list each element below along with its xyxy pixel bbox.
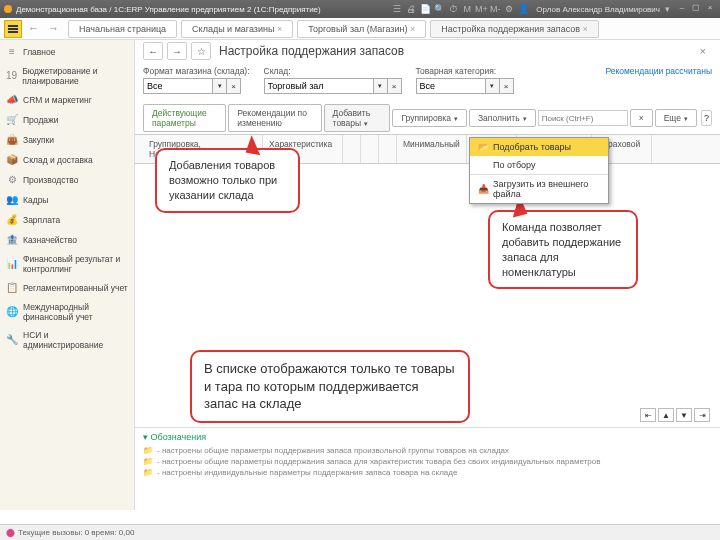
status-text: Текущие вызовы: 0 время: 0,00 bbox=[18, 528, 134, 537]
sidebar-label: НСИ и администрирование bbox=[23, 330, 128, 350]
user-icon: 👤 bbox=[517, 3, 529, 15]
tab-1[interactable]: Склады и магазины × bbox=[181, 20, 293, 38]
sidebar-label: Бюджетирование и планирование bbox=[22, 66, 128, 86]
btn-fill[interactable]: Заполнить▾ bbox=[469, 109, 536, 127]
add-goods-dropdown: 📂Подобрать товары По отбору 📥Загрузить и… bbox=[469, 137, 609, 204]
th-2[interactable] bbox=[343, 135, 361, 163]
hamburger-menu[interactable] bbox=[4, 20, 22, 38]
minimize-btn[interactable]: – bbox=[676, 3, 688, 15]
sidebar-item-9[interactable]: 🏦Казначейство bbox=[0, 230, 134, 250]
btn-group[interactable]: Группировка▾ bbox=[392, 109, 467, 127]
sidebar-item-11[interactable]: 📋Регламентированный учет bbox=[0, 278, 134, 298]
app-title: Демонстрационная база / 1С:ERP Управлени… bbox=[16, 5, 321, 14]
th-4[interactable] bbox=[379, 135, 397, 163]
f3-clr[interactable]: × bbox=[500, 78, 514, 94]
f2-clr[interactable]: × bbox=[388, 78, 402, 94]
tb-icon-6[interactable]: ⚙ bbox=[503, 3, 515, 15]
sidebar-item-1[interactable]: 19Бюджетирование и планирование bbox=[0, 62, 134, 90]
tb-icon-1[interactable]: ☰ bbox=[391, 3, 403, 15]
nav-fwd[interactable]: → bbox=[167, 42, 187, 60]
legend-footer: Обозначения - настроены общие параметры … bbox=[135, 427, 720, 482]
tab-2[interactable]: Торговый зал (Магазин) × bbox=[297, 20, 426, 38]
app-icon bbox=[4, 5, 12, 13]
sidebar-icon: ≡ bbox=[6, 46, 18, 58]
fwd-icon[interactable]: → bbox=[48, 22, 62, 36]
sidebar-label: Регламентированный учет bbox=[23, 283, 128, 293]
btn-x[interactable]: × bbox=[630, 109, 653, 127]
tb-m-[interactable]: M- bbox=[489, 3, 501, 15]
dd-load[interactable]: 📥Загрузить из внешнего файла bbox=[470, 175, 608, 203]
f1-label: Формат магазина (склада): bbox=[143, 66, 250, 76]
sidebar-label: Закупки bbox=[23, 135, 54, 145]
tb-icon-5[interactable]: ⏱ bbox=[447, 3, 459, 15]
nav-first[interactable]: ⇤ bbox=[640, 408, 656, 422]
callout-3: В списке отображаются только те товары и… bbox=[190, 350, 470, 423]
sidebar-item-2[interactable]: 📣CRM и маркетинг bbox=[0, 90, 134, 110]
sidebar-item-6[interactable]: ⚙Производство bbox=[0, 170, 134, 190]
nav-up[interactable]: ▲ bbox=[658, 408, 674, 422]
main-toolbar: ← → Начальная страница Склады и магазины… bbox=[0, 18, 720, 40]
th-5[interactable]: Минимальный bbox=[397, 135, 467, 163]
f3-input[interactable] bbox=[416, 78, 486, 94]
sidebar-label: Склад и доставка bbox=[23, 155, 93, 165]
page-toolbar: ← → ☆ Настройка поддержания запасов × bbox=[135, 40, 720, 62]
sidebar-item-3[interactable]: 🛒Продажи bbox=[0, 110, 134, 130]
fav-btn[interactable]: ☆ bbox=[191, 42, 211, 60]
nav-last[interactable]: ⇥ bbox=[694, 408, 710, 422]
back-icon[interactable]: ← bbox=[28, 22, 42, 36]
legend-title[interactable]: Обозначения bbox=[143, 432, 712, 442]
sidebar-icon: 👜 bbox=[6, 134, 18, 146]
maximize-btn[interactable]: ▢ bbox=[690, 3, 702, 15]
tb-m+[interactable]: M+ bbox=[475, 3, 487, 15]
sidebar-icon: 👥 bbox=[6, 194, 18, 206]
sidebar-item-4[interactable]: 👜Закупки bbox=[0, 130, 134, 150]
sidebar-item-7[interactable]: 👥Кадры bbox=[0, 190, 134, 210]
btn-active-params[interactable]: Действующие параметры bbox=[143, 104, 226, 132]
f1-input[interactable] bbox=[143, 78, 213, 94]
f3-label: Товарная категория: bbox=[416, 66, 514, 76]
nav-dn[interactable]: ▼ bbox=[676, 408, 692, 422]
f3-drop[interactable]: ▾ bbox=[486, 78, 500, 94]
tb-icon-3[interactable]: 📄 bbox=[419, 3, 431, 15]
tab-home[interactable]: Начальная страница bbox=[68, 20, 177, 38]
sidebar-item-10[interactable]: 📊Финансовый результат и контроллинг bbox=[0, 250, 134, 278]
search-input[interactable] bbox=[538, 110, 628, 126]
sidebar-icon: 📋 bbox=[6, 282, 18, 294]
tb-icon-7[interactable]: ▾ bbox=[661, 3, 673, 15]
sidebar-item-5[interactable]: 📦Склад и доставка bbox=[0, 150, 134, 170]
close-page[interactable]: × bbox=[700, 45, 712, 57]
sidebar-item-13[interactable]: 🔧НСИ и администрирование bbox=[0, 326, 134, 354]
sidebar-icon: 19 bbox=[6, 70, 17, 82]
sidebar-item-0[interactable]: ≡Главное bbox=[0, 42, 134, 62]
sidebar-icon: 🏦 bbox=[6, 234, 18, 246]
btn-add-goods[interactable]: Добавить товары▾ bbox=[324, 104, 391, 132]
dd-filter[interactable]: По отбору bbox=[470, 156, 608, 174]
legend-3: - настроены индивидуальные параметры под… bbox=[143, 467, 712, 478]
dd-pick[interactable]: 📂Подобрать товары bbox=[470, 138, 608, 156]
sidebar-item-8[interactable]: 💰Зарплата bbox=[0, 210, 134, 230]
legend-1: - настроены общие параметры поддержания … bbox=[143, 445, 712, 456]
action-row: Действующие параметры Рекомендации по из… bbox=[135, 102, 720, 134]
user-name: Орлов Александр Владимирович bbox=[536, 5, 660, 14]
f1-drop[interactable]: ▾ bbox=[213, 78, 227, 94]
tb-m[interactable]: M bbox=[461, 3, 473, 15]
nav-back[interactable]: ← bbox=[143, 42, 163, 60]
tb-icon-2[interactable]: 🖨 bbox=[405, 3, 417, 15]
titlebar: Демонстрационная база / 1С:ERP Управлени… bbox=[0, 0, 720, 18]
list-nav: ⇤ ▲ ▼ ⇥ bbox=[640, 408, 710, 422]
sidebar-item-12[interactable]: 🌐Международный финансовый учет bbox=[0, 298, 134, 326]
f2-input[interactable] bbox=[264, 78, 374, 94]
btn-recom[interactable]: Рекомендации по изменению bbox=[228, 104, 321, 132]
sidebar: ≡Главное19Бюджетирование и планирование📣… bbox=[0, 40, 135, 510]
tab-3[interactable]: Настройка поддержания запасов × bbox=[430, 20, 599, 38]
th-3[interactable] bbox=[361, 135, 379, 163]
btn-more[interactable]: Еще▾ bbox=[655, 109, 697, 127]
sidebar-label: Международный финансовый учет bbox=[23, 302, 128, 322]
f2-drop[interactable]: ▾ bbox=[374, 78, 388, 94]
close-btn[interactable]: × bbox=[704, 3, 716, 15]
f1-clr[interactable]: × bbox=[227, 78, 241, 94]
sidebar-icon: 📣 bbox=[6, 94, 18, 106]
recom-link[interactable]: Рекомендации рассчитаны bbox=[605, 66, 712, 94]
help-btn[interactable]: ? bbox=[701, 110, 712, 126]
tb-icon-4[interactable]: 🔍 bbox=[433, 3, 445, 15]
